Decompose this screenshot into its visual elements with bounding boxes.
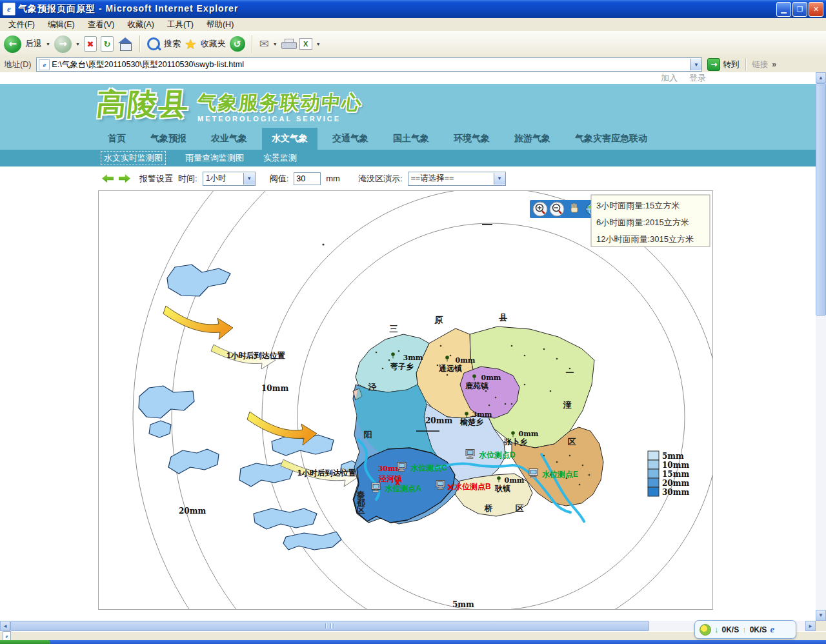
region-label-yuchu[interactable]: 榆楚乡 [459,418,483,427]
login-link[interactable]: 登录 [689,72,706,84]
edit-dropdown-icon[interactable]: ▼ [316,42,321,46]
menu-file[interactable]: 文件(F) [3,18,41,32]
legend-label: 10mm [662,461,689,470]
upload-speed: 0K/S [750,625,767,634]
monitor-label-d[interactable]: 水位测点D [478,450,516,459]
subnav-rain-query[interactable]: 雨量查询监测图 [185,152,244,164]
legend-swatch [648,460,659,469]
subnav-realtime-monitor[interactable]: 水文实时监测图 [101,151,166,165]
region-label-tongyuan[interactable]: 通远镇 [438,364,462,373]
monitor-pc-icon-e[interactable] [529,469,538,478]
search-label[interactable]: 搜索 [164,38,181,50]
toolbar-separator [139,35,141,52]
forward-dropdown-icon[interactable]: ▼ [76,42,80,46]
legend-label: 30mm [662,488,689,497]
nav-hydrology[interactable]: 水文气象 [262,128,317,150]
menu-favorites[interactable]: 收藏(A) [121,18,160,32]
start-button-fragment[interactable] [0,640,50,644]
edit-excel-icon[interactable]: X [299,38,312,50]
scroll-left-icon[interactable]: ◄ [0,621,10,631]
region-label-wanzi[interactable]: 弯子乡 [390,362,414,371]
favorites-star-icon[interactable]: ★ [185,37,197,51]
monitor-pc-icon-a[interactable] [372,483,380,492]
region-label-zhangbu[interactable]: 张卜乡 [503,438,527,447]
mail-icon[interactable]: ✉ [259,38,269,50]
mail-dropdown-icon[interactable]: ▼ [273,42,277,46]
subnav-live-view[interactable]: 实景监测 [263,152,297,164]
minimize-button[interactable]: ▁ [776,2,791,17]
main-nav: 首页 气象预报 农业气象 水文气象 交通气象 国土气象 环境气象 旅游气象 气象… [0,128,816,150]
nav-land[interactable]: 国土气象 [383,128,439,150]
monitor-pc-icon-d[interactable] [466,450,474,459]
horizontal-scrollbar[interactable]: ◄ ► [0,621,816,631]
scroll-up-icon[interactable]: ▲ [816,72,826,83]
nav-weather-forecast[interactable]: 气象预报 [141,128,196,150]
neighbor-char: 桥 [484,503,494,513]
zoom-in-button[interactable] [533,202,547,216]
vertical-scrollbar[interactable]: ▲ ▼ [816,72,826,621]
flood-select[interactable]: ==请选择== ▼ [408,172,506,186]
address-input[interactable]: e E:\气象台\原型20110530\原型20110530\swyb-list… [36,57,702,72]
close-button[interactable]: ✕ [809,2,823,17]
menu-tools[interactable]: 工具(T) [161,18,199,32]
next-arrow-icon[interactable] [119,174,130,183]
history-icon[interactable]: ↺ [230,36,245,52]
home-icon[interactable] [117,37,133,50]
zoom-out-button[interactable] [550,202,564,216]
back-label[interactable]: 后退 [25,38,42,50]
scroll-right-icon[interactable]: ► [805,621,816,631]
forward-button[interactable]: → [54,35,72,53]
monitor-pc-icon-b[interactable] [436,481,445,490]
security-360-icon[interactable] [700,624,711,636]
nav-traffic[interactable]: 交通气象 [323,128,378,150]
menu-help[interactable]: 帮助(H) [201,18,239,32]
join-link[interactable]: 加入 [661,72,678,84]
ie-tray-icon[interactable]: e [770,624,774,635]
links-label[interactable]: 链接 [748,59,772,70]
refresh-icon[interactable]: ↻ [101,36,114,52]
monitor-label-e[interactable]: 水位测点E [541,470,578,479]
back-dropdown-icon[interactable]: ▼ [46,42,50,46]
nav-home[interactable]: 首页 [98,128,136,150]
contour-10mm-label: 10mm [261,384,288,393]
map-canvas[interactable]: 1小时后到达位置 1小时后到达位置 10mm 20mm 20mm [99,191,712,609]
region-label-gengzhen[interactable]: 耿镇 [494,484,510,493]
go-button[interactable]: → 转到 [702,58,744,71]
time-select-arrow-icon[interactable]: ▼ [243,173,255,185]
scrollbar-corner [816,621,826,631]
nav-disaster-emergency[interactable]: 气象灾害应急联动 [565,128,657,150]
time-select[interactable]: 1小时 ▼ [203,172,256,186]
address-dropdown-icon[interactable]: ▼ [690,59,701,70]
scroll-down-icon[interactable]: ▼ [816,610,826,621]
menu-edit[interactable]: 编辑(E) [42,18,81,32]
links-chevron-icon[interactable]: » [772,60,780,69]
search-icon[interactable] [147,37,160,50]
back-button[interactable]: ← [4,35,21,53]
horizontal-scroll-thumb[interactable] [10,621,649,631]
monitor-label-a[interactable]: 水位测点A [384,484,421,493]
neighbor-char: 三 [390,324,398,334]
alarm-settings-label: 报警设置 [139,173,173,185]
monitor-label-b[interactable]: 水位测点B [454,482,491,491]
threshold-input[interactable] [294,172,321,185]
nav-tourism[interactable]: 旅游气象 [505,128,560,150]
monitor-label-c[interactable]: 水位测点C [410,463,447,472]
traffic-monitor-widget[interactable]: ↓ 0K/S ↑ 0K/S e [694,620,796,639]
region-label-luyuan[interactable]: 鹿苑镇 [465,381,489,390]
favorites-label[interactable]: 收藏夹 [201,38,226,50]
vertical-scroll-thumb[interactable] [816,83,826,316]
monitor-pc-icon-c[interactable] [398,463,406,472]
threshold-label: 阀值: [270,173,289,185]
logo-subtitle-text: METEOROLOGICAL SERVICE [197,115,363,123]
stop-icon[interactable]: ✖ [84,36,97,52]
menu-view[interactable]: 查看(V) [82,18,121,32]
nav-environment[interactable]: 环境气象 [444,128,499,150]
neighbor-char: 区 [516,503,524,513]
flood-select-arrow-icon[interactable]: ▼ [494,173,505,185]
pan-hand-button[interactable] [571,203,578,212]
print-icon[interactable] [281,39,296,49]
address-value[interactable]: E:\气象台\原型20110530\原型20110530\swyb-list.h… [52,59,690,70]
restore-button[interactable]: ❐ [792,2,807,17]
nav-agriculture[interactable]: 农业气象 [201,128,257,150]
prev-arrow-icon[interactable] [102,174,114,183]
